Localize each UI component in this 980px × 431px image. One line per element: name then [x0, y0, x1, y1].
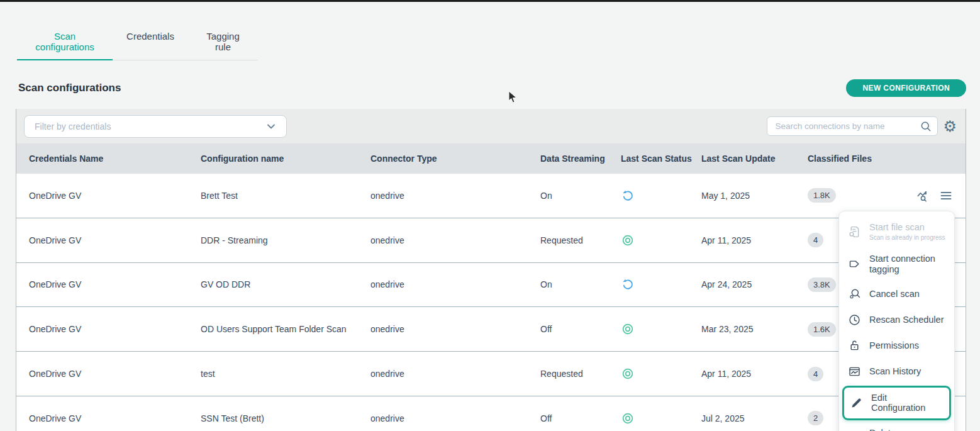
classified-files-badge: 1.8K — [808, 188, 836, 203]
cell-last-scan-update: Apr 11, 2025 — [701, 235, 808, 245]
menu-item-sublabel: Scan is already in progress — [869, 234, 945, 242]
cell-credentials-name: OneDrive GV — [29, 324, 201, 334]
cell-credentials-name: OneDrive GV — [29, 191, 201, 201]
page-title: Scan configurations — [18, 82, 121, 94]
column-header-credentials-name: Credentials Name — [29, 154, 201, 164]
cell-credentials-name: OneDrive GV — [29, 235, 201, 245]
cell-last-scan-update: Jul 2, 2025 — [701, 413, 808, 423]
scan-history-icon — [848, 365, 861, 378]
table-row[interactable]: OneDrive GV DDR - Streaming onedrive Req… — [16, 218, 966, 263]
cancel-scan-icon — [848, 288, 861, 301]
tab-scan-configurations[interactable]: Scan configurations — [17, 25, 113, 60]
search-box — [767, 116, 938, 136]
cell-configuration-name: Brett Test — [201, 191, 370, 201]
scan-configurations-table: Filter by credentials ⚙ Credentials Name… — [16, 109, 966, 431]
cell-configuration-name: OD Users Support Team Folder Scan — [201, 324, 370, 334]
gear-icon[interactable]: ⚙ — [943, 119, 957, 134]
cell-connector-type: onedrive — [370, 369, 540, 379]
column-header-configuration-name: Configuration name — [201, 154, 370, 164]
classified-files-badge: 4 — [808, 233, 823, 247]
classified-files-badge: 3.8K — [808, 277, 836, 292]
table-row[interactable]: OneDrive GV OD Users Support Team Folder… — [16, 307, 966, 352]
cell-configuration-name: GV OD DDR — [201, 279, 370, 289]
menu-item-scan-history[interactable]: Scan History — [839, 359, 954, 384]
scan-completed-icon — [621, 367, 635, 381]
cell-last-scan-update: Mar 23, 2025 — [701, 324, 808, 334]
last-scan-status-icon — [621, 277, 701, 291]
cell-data-streaming: On — [540, 191, 621, 201]
classified-files-badge: 4 — [808, 367, 823, 381]
row-menu-icon[interactable] — [939, 189, 953, 203]
menu-item-start-file-scan: Start file scan Scan is already in progr… — [839, 216, 954, 247]
tab-bar: Scan configurations Credentials Tagging … — [17, 25, 258, 60]
filter-by-credentials-select[interactable]: Filter by credentials — [24, 115, 287, 138]
search-input[interactable] — [775, 121, 920, 131]
cell-configuration-name: test — [201, 369, 370, 379]
tag-icon — [848, 257, 861, 271]
cell-connector-type: onedrive — [370, 413, 540, 423]
scan-completed-icon — [621, 233, 635, 247]
cell-data-streaming: Requested — [540, 235, 621, 245]
scan-in-progress-icon — [621, 189, 635, 203]
table-header-row: Credentials Name Configuration name Conn… — [16, 143, 966, 174]
table-row[interactable]: OneDrive GV GV OD DDR onedrive On Apr 24… — [16, 263, 966, 308]
cell-last-scan-update: Apr 11, 2025 — [701, 369, 808, 379]
last-scan-status-icon — [621, 367, 701, 381]
cell-last-scan-update: May 1, 2025 — [701, 191, 808, 201]
cell-connector-type: onedrive — [370, 235, 540, 245]
cell-connector-type: onedrive — [370, 279, 540, 289]
last-scan-status-icon — [621, 233, 701, 247]
cell-configuration-name: SSN Test (Brett) — [201, 413, 370, 423]
last-scan-status-icon — [621, 189, 701, 203]
row-context-menu: Start file scan Scan is already in progr… — [838, 211, 955, 431]
cell-data-streaming: Off — [540, 324, 621, 334]
menu-item-cancel-scan[interactable]: Cancel scan — [839, 281, 954, 307]
table-row[interactable]: OneDrive GV test onedrive Requested Apr … — [16, 352, 966, 396]
cell-data-streaming: On — [540, 279, 621, 289]
lock-icon — [848, 339, 861, 352]
file-scan-icon — [848, 225, 861, 238]
table-row[interactable]: OneDrive GV SSN Test (Brett) onedrive Of… — [16, 396, 966, 431]
filter-placeholder: Filter by credentials — [35, 121, 111, 132]
classified-files-badge: 1.6K — [808, 322, 836, 337]
table-row[interactable]: OneDrive GV Brett Test onedrive On May 1… — [16, 174, 966, 218]
classified-files-badge: 2 — [808, 411, 823, 425]
menu-item-permissions[interactable]: Permissions — [839, 333, 954, 359]
cell-connector-type: onedrive — [370, 191, 540, 201]
column-header-data-streaming: Data Streaming — [540, 154, 621, 164]
column-header-last-scan-update: Last Scan Update — [701, 154, 808, 164]
search-icon[interactable] — [920, 120, 932, 133]
menu-item-rescan-scheduler[interactable]: Rescan Scheduler — [839, 307, 954, 333]
cell-configuration-name: DDR - Streaming — [201, 235, 370, 245]
menu-item-edit-configuration[interactable]: Edit Configuration — [842, 386, 951, 420]
last-scan-status-icon — [621, 411, 701, 425]
chevron-down-icon — [266, 121, 276, 132]
scan-in-progress-icon — [621, 277, 635, 291]
cell-last-scan-update: Apr 24, 2025 — [701, 279, 808, 289]
column-header-classified-files: Classified Files — [808, 154, 886, 164]
new-configuration-button[interactable]: NEW CONFIGURATION — [846, 79, 966, 97]
scan-completed-icon — [621, 322, 635, 336]
cell-credentials-name: OneDrive GV — [29, 369, 201, 379]
cell-data-streaming: Requested — [540, 369, 621, 379]
clock-icon — [848, 313, 861, 327]
menu-item-delete-configuration[interactable]: Delete Configuration — [839, 422, 954, 431]
scan-completed-icon — [621, 411, 635, 425]
column-header-connector-type: Connector Type — [370, 154, 540, 164]
menu-item-start-connection-tagging[interactable]: Start connection tagging — [839, 247, 954, 281]
last-scan-status-icon — [621, 322, 701, 336]
tab-credentials[interactable]: Credentials — [113, 25, 188, 60]
column-header-last-scan-status: Last Scan Status — [621, 154, 701, 164]
table-toolbar: Filter by credentials ⚙ — [16, 109, 966, 143]
scan-insights-icon[interactable] — [916, 189, 930, 203]
cell-credentials-name: OneDrive GV — [29, 413, 201, 423]
cell-connector-type: onedrive — [370, 324, 540, 334]
pencil-icon — [850, 396, 863, 410]
tab-tagging-rule[interactable]: Tagging rule — [188, 25, 258, 60]
cell-credentials-name: OneDrive GV — [29, 279, 201, 289]
cell-data-streaming: Off — [540, 413, 621, 423]
